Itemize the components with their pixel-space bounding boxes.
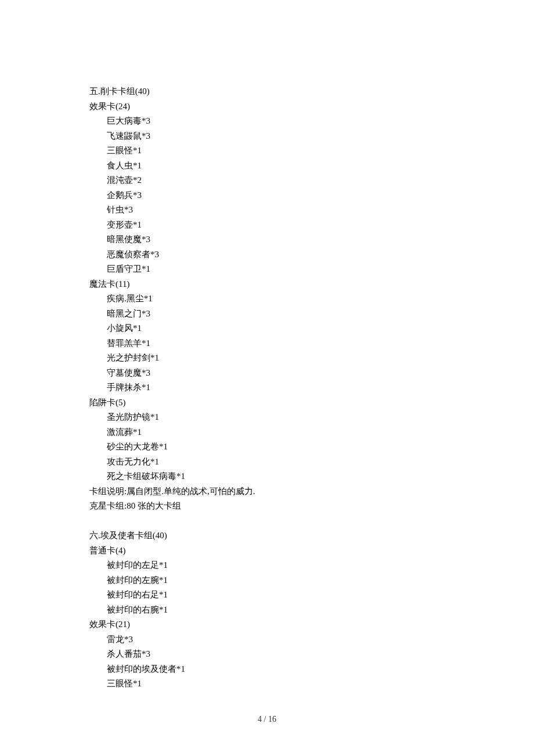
card-item: 雷龙*3 — [89, 632, 435, 647]
spacer — [89, 514, 435, 529]
card-item: 攻击无力化*1 — [89, 455, 435, 470]
section-header: 普通卡(4) — [89, 543, 435, 559]
card-item: 企鹅兵*3 — [89, 188, 435, 203]
card-item: 被封印的左腕*1 — [89, 573, 435, 588]
card-item: 混沌壶*2 — [89, 173, 435, 188]
card-item: 三眼怪*1 — [89, 676, 435, 692]
card-item: 砂尘的大龙卷*1 — [89, 440, 435, 455]
section-header: 陷阱卡(5) — [89, 395, 435, 411]
card-item: 针虫*3 — [89, 203, 435, 218]
card-item: 被封印的右足*1 — [89, 588, 435, 603]
deck5-title: 五.削卡卡组(40) — [89, 84, 435, 99]
card-item: 被封印的左足*1 — [89, 558, 435, 573]
card-item: 被封印的埃及使者*1 — [89, 662, 435, 677]
page-number: 4 / 16 — [0, 715, 534, 724]
card-item: 暗黑之门*3 — [89, 307, 435, 322]
deck6-title: 六.埃及使者卡组(40) — [89, 528, 435, 543]
document-page: 五.削卡卡组(40) 效果卡(24) 巨大病毒*3 飞速鼹鼠*3 三眼怪*1 食… — [0, 0, 534, 756]
card-item: 食人虫*1 — [89, 159, 435, 174]
card-item: 三眼怪*1 — [89, 143, 435, 159]
card-item: 巨大病毒*3 — [89, 114, 435, 129]
card-item: 死之卡组破坏病毒*1 — [89, 469, 435, 484]
card-item: 手牌抹杀*1 — [89, 380, 435, 395]
card-item: 巨盾守卫*1 — [89, 262, 435, 277]
card-item: 小旋风*1 — [89, 321, 435, 336]
card-item: 杀人番茄*3 — [89, 647, 435, 662]
card-item: 激流葬*1 — [89, 425, 435, 440]
deck-note: 卡组说明:属自闭型.单纯的战术,可怕的威力. — [89, 484, 435, 499]
section-header: 效果卡(24) — [89, 99, 435, 114]
card-item: 疾病.黑尘*1 — [89, 291, 435, 307]
card-item: 光之护封剑*1 — [89, 351, 435, 366]
card-item: 恶魔侦察者*3 — [89, 247, 435, 262]
card-item: 飞速鼹鼠*3 — [89, 129, 435, 144]
card-item: 守墓使魔*3 — [89, 366, 435, 381]
section-header: 效果卡(21) — [89, 617, 435, 632]
card-item: 变形壶*1 — [89, 218, 435, 233]
card-item: 被封印的右腕*1 — [89, 603, 435, 618]
card-item: 暗黑使魔*3 — [89, 232, 435, 247]
card-item: 替罪羔羊*1 — [89, 336, 435, 351]
deck-counter: 克星卡组:80 张的大卡组 — [89, 499, 435, 514]
section-header: 魔法卡(11) — [89, 277, 435, 292]
card-item: 圣光防护镜*1 — [89, 410, 435, 425]
